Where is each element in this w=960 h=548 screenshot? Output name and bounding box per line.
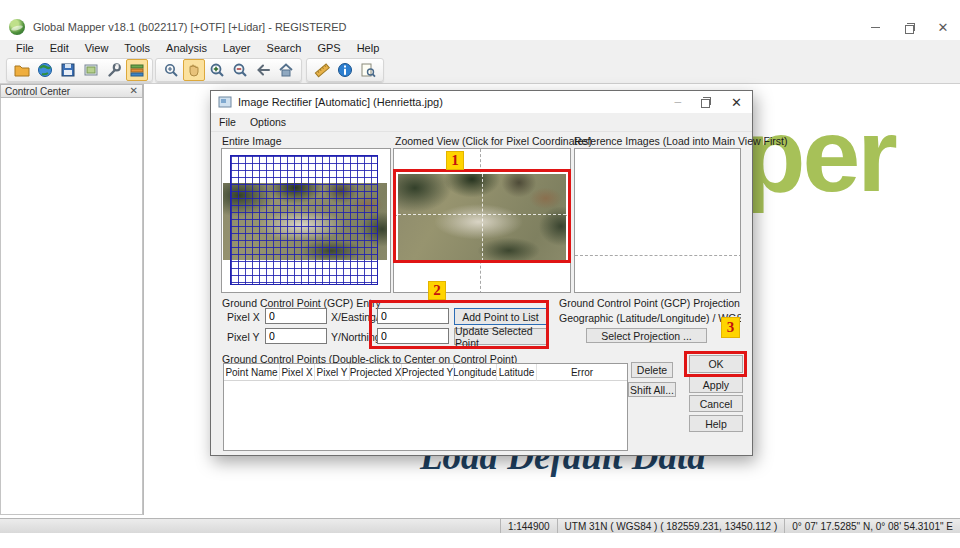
apply-button[interactable]: Apply bbox=[689, 376, 743, 393]
pan-hand-icon[interactable] bbox=[183, 59, 205, 81]
annotation-step-1: 1 bbox=[446, 151, 464, 170]
full-view-home-icon[interactable] bbox=[275, 59, 297, 81]
menu-analysis[interactable]: Analysis bbox=[158, 42, 215, 54]
dialog-menu-options[interactable]: Options bbox=[250, 116, 294, 128]
dialog-maximize-icon[interactable] bbox=[701, 97, 711, 107]
feature-info-icon[interactable] bbox=[334, 59, 356, 81]
pixel-y-input[interactable] bbox=[265, 328, 327, 344]
global-mapper-logo-icon bbox=[9, 19, 25, 35]
col-projected-y[interactable]: Projected Y bbox=[402, 364, 454, 381]
delete-button[interactable]: Delete bbox=[631, 362, 673, 378]
menu-layer[interactable]: Layer bbox=[215, 42, 259, 54]
close-icon[interactable]: ✕ bbox=[926, 14, 960, 40]
status-projection: UTM 31N ( WGS84 ) ( 182559.231, 13450.11… bbox=[557, 519, 785, 533]
app-menubar: File Edit View Tools Analysis Layer Sear… bbox=[0, 40, 960, 56]
app-titlebar: Global Mapper v18.1 (b022117) [+OTF] [+L… bbox=[0, 14, 960, 40]
pixel-x-label: Pixel X bbox=[227, 311, 263, 323]
image-rectifier-dialog: Image Rectifier [Automatic] (Henrietta.j… bbox=[210, 90, 753, 456]
open-file-icon[interactable] bbox=[11, 59, 33, 81]
gcp-projection-title: Ground Control Point (GCP) Projection bbox=[559, 297, 740, 309]
status-bar: 1:144900 UTM 31N ( WGS84 ) ( 182559.231,… bbox=[0, 518, 960, 533]
status-scale: 1:144900 bbox=[500, 519, 557, 533]
status-spacer bbox=[486, 519, 500, 533]
zoom-box-icon[interactable] bbox=[160, 59, 182, 81]
annotation-box-2 bbox=[369, 300, 549, 349]
col-projected-x[interactable]: Projected X bbox=[350, 364, 402, 381]
help-button[interactable]: Help bbox=[689, 415, 743, 432]
gcp-table[interactable]: Point Name Pixel X Pixel Y Projected X P… bbox=[223, 363, 628, 451]
toolbar-info-group bbox=[306, 58, 384, 82]
menu-search[interactable]: Search bbox=[259, 42, 310, 54]
dialog-titlebar[interactable]: Image Rectifier [Automatic] (Henrietta.j… bbox=[211, 91, 752, 113]
gcp-table-header: Point Name Pixel X Pixel Y Projected X P… bbox=[224, 364, 627, 381]
zoom-out-icon[interactable] bbox=[229, 59, 251, 81]
entire-image-panel[interactable] bbox=[221, 148, 391, 293]
dialog-close-icon[interactable]: ✕ bbox=[731, 95, 742, 110]
control-center-icon[interactable] bbox=[126, 59, 148, 81]
annotation-box-1 bbox=[393, 169, 571, 263]
lidar-grid-overlay bbox=[230, 155, 378, 285]
annotation-step-3: 3 bbox=[721, 317, 740, 338]
toolbar-view-group bbox=[155, 58, 302, 82]
col-pixel-y[interactable]: Pixel Y bbox=[315, 364, 350, 381]
menu-view[interactable]: View bbox=[77, 42, 117, 54]
dialog-menu-file[interactable]: File bbox=[219, 116, 244, 128]
status-coordinates: 0° 07' 17.5285" N, 0° 08' 54.3101" E bbox=[784, 519, 960, 533]
col-pixel-x[interactable]: Pixel X bbox=[280, 364, 315, 381]
measure-icon[interactable] bbox=[311, 59, 333, 81]
control-center-title: Control Center bbox=[5, 86, 70, 97]
control-center-header[interactable]: Control Center ✕ bbox=[0, 84, 143, 98]
app-toolbar bbox=[0, 56, 960, 84]
cancel-button[interactable]: Cancel bbox=[689, 395, 743, 412]
col-error[interactable]: Error bbox=[537, 364, 627, 381]
pixel-y-label: Pixel Y bbox=[227, 331, 263, 343]
save-icon[interactable] bbox=[57, 59, 79, 81]
menu-gps[interactable]: GPS bbox=[309, 42, 348, 54]
menu-edit[interactable]: Edit bbox=[42, 42, 77, 54]
screen-capture-icon[interactable] bbox=[80, 59, 102, 81]
download-imagery-globe-icon[interactable] bbox=[34, 59, 56, 81]
menu-tools[interactable]: Tools bbox=[116, 42, 158, 54]
logo-fragment: per bbox=[742, 103, 895, 207]
menu-help[interactable]: Help bbox=[349, 42, 388, 54]
app-title: Global Mapper v18.1 (b022117) [+OTF] [+L… bbox=[33, 21, 346, 33]
annotation-step-2: 2 bbox=[428, 281, 446, 300]
select-projection-button[interactable]: Select Projection ... bbox=[586, 328, 707, 343]
dialog-minimize-icon: – bbox=[674, 95, 681, 109]
dialog-icon bbox=[218, 95, 232, 109]
col-longitude[interactable]: Longitude bbox=[454, 364, 497, 381]
shift-all-button[interactable]: Shift All... bbox=[628, 382, 676, 397]
menu-file[interactable]: File bbox=[8, 42, 42, 54]
attribute-search-icon[interactable] bbox=[357, 59, 379, 81]
col-latitude[interactable]: Latitude bbox=[497, 364, 537, 381]
control-center-close-icon[interactable]: ✕ bbox=[130, 86, 138, 96]
reference-images-panel[interactable] bbox=[574, 148, 741, 293]
entire-image-label: Entire Image bbox=[222, 135, 282, 147]
pixel-x-input[interactable] bbox=[265, 308, 327, 324]
previous-view-arrow-icon[interactable] bbox=[252, 59, 274, 81]
toolbar-file-group bbox=[6, 58, 153, 82]
dialog-title: Image Rectifier [Automatic] (Henrietta.j… bbox=[238, 96, 443, 108]
zoom-in-icon[interactable] bbox=[206, 59, 228, 81]
reference-divider-line bbox=[575, 255, 741, 256]
minimize-icon[interactable] bbox=[858, 14, 892, 40]
restore-icon[interactable] bbox=[892, 14, 926, 40]
global-mapper-app: Global Mapper v18.1 (b022117) [+OTF] [+L… bbox=[0, 0, 960, 548]
col-point-name[interactable]: Point Name bbox=[224, 364, 280, 381]
gcp-projection-value: Geographic (Latitude/Longitude) / WGS84 … bbox=[559, 312, 741, 324]
zoomed-view-label: Zoomed View (Click for Pixel Coordinates… bbox=[395, 135, 592, 147]
annotation-box-3 bbox=[684, 351, 747, 377]
dialog-menubar: File Options bbox=[211, 113, 752, 132]
configure-wrench-icon[interactable] bbox=[103, 59, 125, 81]
reference-images-label: Reference Images (Load into Main View Fi… bbox=[574, 135, 787, 147]
control-center-layer-list[interactable] bbox=[0, 98, 143, 515]
